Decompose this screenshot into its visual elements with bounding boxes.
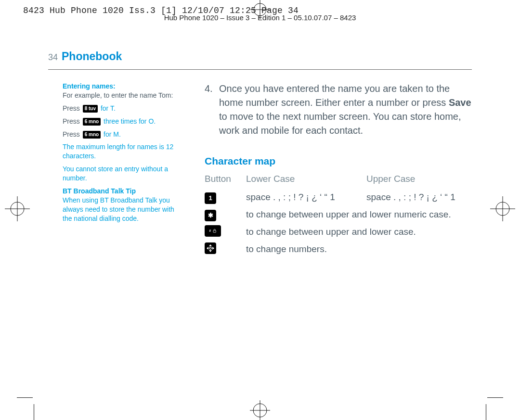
keycap-6mno-icon: 6 mno — [83, 118, 101, 126]
main-column: 4. Once you have entered the name you ar… — [205, 82, 474, 258]
step-text-pre: Once you have entered the name you are t… — [219, 83, 450, 108]
button-nav-icon — [205, 242, 216, 254]
save-label: Save — [449, 97, 471, 108]
for-m: for M. — [104, 130, 121, 138]
print-header-2: Hub Phone 1020 – Issue 3 – Edition 1 – 0… — [0, 13, 520, 22]
svg-point-6 — [496, 202, 509, 216]
svg-marker-14 — [209, 244, 212, 246]
entering-names-heading: Entering names: — [63, 82, 116, 90]
keycap-8tuv-icon: 8 tuv — [83, 105, 98, 113]
row1-upper: space . , : ; ! ? ¡ ¿ ‘ “ 1 — [366, 191, 472, 204]
page: 8423 Hub Phone 1020 Iss.3 [1] 12/10/07 1… — [0, 0, 520, 420]
registration-mark-right — [490, 196, 515, 221]
keycap-6mno-icon: 6 mno — [83, 131, 101, 139]
page-title: Phonebook — [62, 50, 122, 63]
svg-point-18 — [209, 247, 211, 249]
max-length-note: The maximum length for names is 12 chara… — [63, 142, 176, 161]
charmap-header-row: Button Lower Case Upper Case — [205, 172, 474, 186]
crop-mark — [487, 397, 503, 398]
col-upper: Upper Case — [366, 172, 472, 186]
registration-mark-left — [5, 196, 30, 221]
svg-text:#: # — [209, 229, 211, 232]
row2-text: to change between upper and lower numeri… — [246, 208, 472, 221]
character-map-heading: Character map — [205, 154, 474, 168]
press-label: Press — [63, 104, 82, 112]
example-intro: For example, to enter the name Tom: — [63, 91, 173, 99]
row1-lower: space . , : ; ! ? ¡ ¿ ‘ “ 1 — [246, 191, 366, 204]
col-lower: Lower Case — [246, 172, 366, 186]
svg-point-3 — [11, 202, 24, 216]
charmap-row-1: 1 space . , : ; ! ? ¡ ¿ ‘ “ 1 space . , … — [205, 189, 474, 206]
svg-marker-15 — [209, 250, 212, 252]
bt-tip-heading: BT Broadband Talk Tip — [63, 187, 136, 195]
character-map-table: Button Lower Case Upper Case 1 space . ,… — [205, 172, 474, 258]
step-4: 4. Once you have entered the name you ar… — [205, 82, 474, 138]
step-text-post: to move to the next number screen. You c… — [219, 111, 461, 136]
bt-tip-body: When using BT Broadband Talk you always … — [63, 196, 174, 222]
step-number: 4. — [205, 82, 219, 138]
crop-mark — [486, 404, 486, 420]
button-1-icon: 1 — [205, 192, 216, 204]
svg-marker-16 — [207, 247, 208, 250]
page-number: 34 — [48, 52, 58, 63]
press-line-m: Press 6 mno for M. — [63, 130, 176, 139]
press-label: Press — [63, 130, 82, 138]
crop-mark — [17, 397, 33, 398]
col-button: Button — [205, 172, 246, 186]
button-star-icon: ✱ — [205, 210, 216, 221]
title-rule — [48, 69, 472, 70]
charmap-row-star: ✱ to change between upper and lower nume… — [205, 206, 474, 223]
svg-point-9 — [253, 404, 267, 417]
svg-marker-17 — [212, 247, 214, 250]
press-label: Press — [63, 117, 82, 125]
press-line-t: Press 8 tuv for T. — [63, 104, 176, 113]
sidebar: Entering names: For example, to enter th… — [63, 82, 176, 227]
press-line-o: Press 6 mno three times for O. — [63, 117, 176, 126]
for-t: for T. — [101, 104, 116, 112]
charmap-row-hash: # to change between upper and lower case… — [205, 223, 474, 241]
no-number-note: You cannot store an entry without a numb… — [63, 165, 176, 183]
row4-text: to change numbers. — [246, 242, 472, 256]
registration-mark-bottom — [250, 400, 270, 420]
row3-text: to change between upper and lower case. — [246, 225, 472, 239]
svg-rect-13 — [213, 230, 216, 232]
crop-mark — [34, 404, 34, 420]
three-times-o: three times for O. — [104, 117, 156, 125]
charmap-row-nav: to change numbers. — [205, 241, 474, 258]
button-hash-lock-icon: # — [205, 225, 221, 237]
